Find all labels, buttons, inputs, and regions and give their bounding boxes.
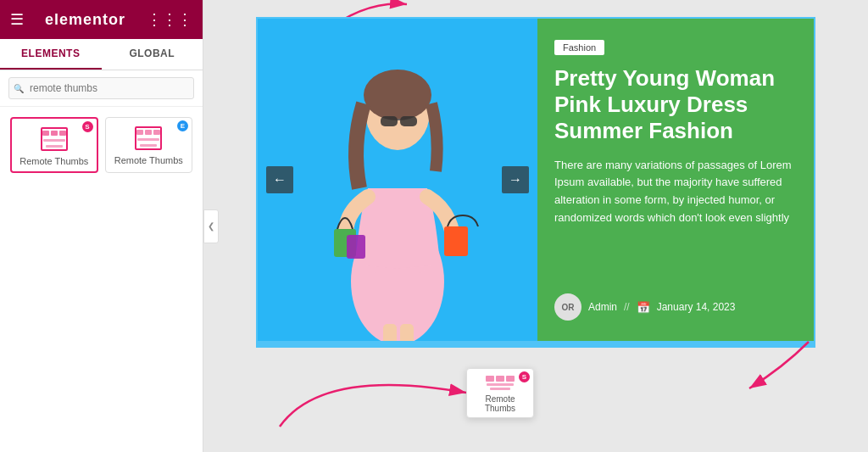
carousel: ← → Fashion Pretty Young Woman Pink Luxu… [258, 19, 814, 341]
svg-point-5 [364, 70, 431, 120]
icon-box-2 [135, 126, 162, 150]
widget-grid: S Remote Thumbs [0, 107, 203, 183]
carousel-title: Pretty Young Woman Pink Luxury Dress Sum… [554, 65, 797, 145]
icon-box-1 [41, 127, 68, 151]
panel-header: ☰ elementor ⋮⋮⋮ [0, 0, 203, 39]
widget-item-2[interactable]: E Remote Thumbs [105, 117, 193, 173]
svg-rect-13 [400, 324, 414, 341]
search-input[interactable] [8, 77, 194, 99]
widget-icon-1 [19, 127, 90, 151]
floating-widget[interactable]: S Remote Thumbs [466, 368, 534, 418]
svg-rect-11 [347, 235, 365, 259]
svg-rect-7 [400, 116, 417, 126]
widget-icon-2 [113, 126, 186, 150]
woman-figure-svg [258, 19, 537, 341]
collapse-handle[interactable]: ❮ [203, 209, 219, 243]
hamburger-icon[interactable]: ☰ [10, 10, 24, 29]
calendar-icon: 📅 [637, 301, 650, 314]
badge-e-2: E [177, 120, 188, 131]
arrow-bottom-left [254, 333, 492, 435]
badge-s-1: S [82, 121, 93, 132]
panel-tabs: ELEMENTS GLOBAL [0, 39, 203, 70]
meta-author: Admin [588, 301, 617, 313]
elementor-logo: elementor [45, 11, 125, 29]
tab-global[interactable]: GLOBAL [102, 39, 203, 70]
meta-avatar: OR [554, 293, 581, 321]
tab-elements[interactable]: ELEMENTS [0, 39, 102, 70]
widget-label-2: Remote Thumbs [113, 155, 186, 165]
floating-widget-label: Remote Thumbs [474, 394, 526, 413]
widget-label-1: Remote Thumbs [19, 156, 90, 166]
carousel-image: ← → [258, 19, 537, 341]
canvas-area: ← → Fashion Pretty Young Woman Pink Luxu… [203, 0, 868, 452]
or-text: OR [562, 303, 575, 312]
carousel-content: Fashion Pretty Young Woman Pink Luxury D… [537, 19, 814, 341]
search-bar [0, 70, 203, 107]
svg-rect-9 [444, 226, 468, 256]
svg-rect-12 [383, 324, 397, 341]
floating-badge: S [519, 371, 530, 382]
category-badge: Fashion [554, 40, 604, 55]
search-wrap [8, 77, 194, 99]
carousel-nav-right[interactable]: → [502, 166, 529, 193]
left-panel: ☰ elementor ⋮⋮⋮ ELEMENTS GLOBAL S [0, 0, 203, 452]
carousel-description: There are many variations of passages of… [554, 157, 797, 227]
meta-separator: // [624, 301, 630, 313]
carousel-nav-left[interactable]: ← [266, 166, 293, 193]
meta-date: January 14, 2023 [657, 301, 736, 313]
svg-rect-6 [381, 116, 398, 126]
carousel-meta: OR Admin // 📅 January 14, 2023 [554, 293, 797, 321]
grid-icon[interactable]: ⋮⋮⋮ [147, 10, 192, 29]
widget-item-1[interactable]: S Remote Thumbs [10, 117, 98, 173]
widget-bottom-bar [258, 341, 814, 346]
main-widget: ← → Fashion Pretty Young Woman Pink Luxu… [256, 17, 815, 348]
